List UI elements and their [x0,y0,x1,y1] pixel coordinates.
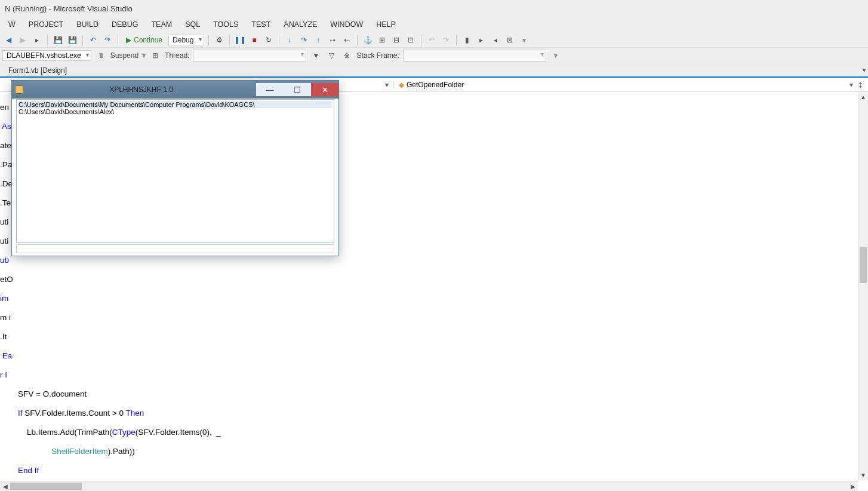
thread-dropdown[interactable] [193,50,306,62]
hscroll-thumb[interactable] [10,483,82,490]
process-dropdown[interactable]: DLAUBEFN.vshost.exe [2,50,91,61]
suspend-label: Suspend [110,51,138,60]
stackframe-label: Stack Frame: [356,51,399,60]
running-form-window[interactable]: XPLHHNSJKHF 1.0 — ☐ ✕ C:\Users\David\Doc… [11,80,339,256]
nav-method-dropdown[interactable]: ◆ GetOpenedFolder ▾ [394,81,858,89]
save-all-icon[interactable]: 💾 [66,34,78,46]
separator [279,35,279,45]
menu-build[interactable]: BUILD [70,19,104,30]
step-over-icon[interactable]: ↷ [298,34,310,46]
document-tabs: Form1.vb [Design] [0,63,868,78]
method-name: GetOpenedFolder [407,81,464,89]
step-into-icon[interactable]: ↓ [284,34,296,46]
menu-sql[interactable]: SQL [179,19,206,30]
restart-icon[interactable]: ↻ [263,34,275,46]
threads-icon[interactable]: ※ [341,50,353,62]
list-item[interactable]: C:\Users\David\Documents\My Documents\Co… [19,101,332,108]
tool-icon-3[interactable]: ⊟ [390,34,402,46]
menu-help[interactable]: HELP [370,19,402,30]
flag-icon[interactable]: ▼ [310,50,322,62]
debug-icon[interactable]: ⚙ [213,34,225,46]
tool-dd-icon[interactable]: ▾ [518,34,530,46]
menu-w[interactable]: W [2,19,21,30]
subwin-app-icon [12,85,26,94]
subwin-listbox[interactable]: C:\Users\David\Documents\My Documents\Co… [16,99,334,243]
nav-fwd-icon: ▶ [17,34,29,46]
method-icon: ◆ [399,81,404,89]
separator [229,35,230,45]
separator [456,35,457,45]
bookmark-icon[interactable]: ▮ [461,34,473,46]
subwin-titlebar[interactable]: XPLHHNSJKHF 1.0 — ☐ ✕ [12,81,338,99]
menu-project[interactable]: PROJECT [23,19,69,30]
list-item[interactable]: C:\Users\David\Documents\Alex\ [19,108,332,115]
step-icon-2[interactable]: ⇠ [341,34,353,46]
toolbar2-dd-icon[interactable]: ▾ [550,50,562,62]
tab-overflow-icon[interactable]: ▾ [863,67,866,73]
step-icon[interactable]: ⇢ [327,34,338,46]
tool-icon-4[interactable]: ⊡ [405,34,417,46]
step-out-icon[interactable]: ↑ [312,34,324,46]
tool-icon-2[interactable]: ⊞ [376,34,388,46]
continue-label: Continue [134,36,162,44]
continue-button[interactable]: ▶Continue [122,35,166,45]
redo-icon[interactable]: ↷ [101,34,113,46]
separator [82,35,83,45]
bookmark-prev-icon[interactable]: ◂ [490,34,501,46]
tab-form1-design[interactable]: Form1.vb [Design] [2,65,74,76]
scroll-right-icon[interactable]: ▶ [848,481,858,491]
bookmark-next-icon[interactable]: ▸ [475,34,487,46]
toolbar-main: ◀ ▶ ▸ 💾 💾 ↶ ↷ ▶Continue Debug ⚙ ❚❚ ■ ↻ ↓… [0,32,868,48]
thread-icon[interactable]: ⊞ [149,50,161,62]
config-dropdown[interactable]: Debug [168,35,204,45]
split-icon[interactable]: ‡ [858,81,868,89]
thread-label: Thread: [165,51,189,60]
subwin-footer-input[interactable] [16,244,334,253]
menu-analyze[interactable]: ANALYZE [278,19,323,30]
tool-icon-5: ↶ [426,34,438,46]
menu-tools[interactable]: TOOLS [207,19,244,30]
minimize-button[interactable]: — [256,83,284,96]
maximize-button[interactable]: ☐ [284,83,311,96]
scroll-down-icon[interactable]: ▼ [858,470,868,480]
open-icon[interactable]: ▸ [31,34,43,46]
scroll-up-icon[interactable]: ▲ [858,92,868,102]
save-icon[interactable]: 💾 [52,34,64,46]
menu-test[interactable]: TEST [245,19,276,30]
separator [421,35,421,45]
flag-icon-2[interactable]: ▽ [325,50,337,62]
menu-team[interactable]: TEAM [145,19,178,30]
nav-back-icon[interactable]: ◀ [2,34,14,46]
scroll-left-icon[interactable]: ◀ [0,481,10,491]
stackframe-dropdown[interactable] [403,50,546,62]
horizontal-scrollbar[interactable]: ◀ ▶ [0,481,858,491]
menubar: W PROJECT BUILD DEBUG TEAM SQL TOOLS TES… [0,17,868,32]
app-title: N (Running) - Microsoft Visual Studio [5,4,133,13]
scroll-thumb[interactable] [860,247,867,283]
menu-debug[interactable]: DEBUG [106,19,144,30]
tool-icon-6: ↷ [440,34,452,46]
toolbar-debug: DLAUBEFN.vshost.exe ⏸ Suspend ▾ ⊞ Thread… [0,48,868,63]
tool-icon[interactable]: ⚓ [362,34,374,46]
separator [118,35,118,45]
separator [47,35,48,45]
stop-icon[interactable]: ■ [248,34,260,46]
vertical-scrollbar[interactable]: ▲ ▼ [858,92,868,480]
titlebar: N (Running) - Microsoft Visual Studio [0,0,868,17]
separator [208,35,209,45]
menu-window[interactable]: WINDOW [324,19,369,30]
pause-icon[interactable]: ❚❚ [234,34,246,46]
undo-icon[interactable]: ↶ [87,34,99,46]
close-button[interactable]: ✕ [311,83,338,96]
separator [357,35,358,45]
suspend-icon[interactable]: ⏸ [95,50,107,62]
bookmark-clear-icon[interactable]: ⊠ [504,34,516,46]
subwin-title: XPLHHNSJKHF 1.0 [26,85,256,94]
